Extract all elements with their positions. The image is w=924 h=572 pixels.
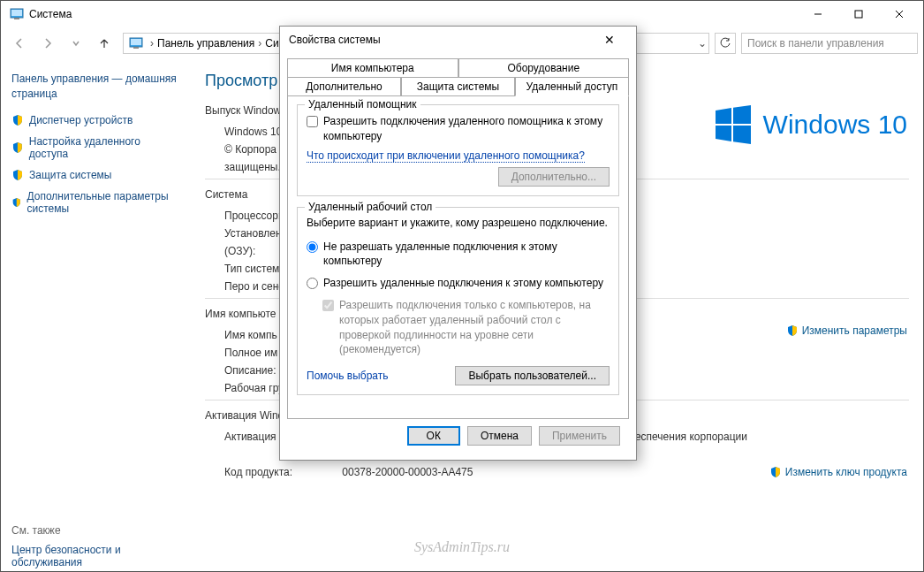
sidebar-item-device-manager[interactable]: Диспетчер устройств: [11, 114, 180, 126]
shield-icon: [769, 466, 782, 478]
system-properties-dialog: Свойства системы ✕ Имя компьютера Оборуд…: [279, 26, 637, 461]
change-settings-link[interactable]: Изменить параметры: [786, 324, 907, 337]
window-title: Система: [29, 8, 72, 20]
chevron-right-icon: ›: [258, 37, 261, 50]
allow-remote-label: Разрешить удаленные подключения к этому …: [323, 276, 610, 291]
shield-icon: [11, 169, 24, 181]
close-button[interactable]: [879, 1, 920, 27]
help-choose-link[interactable]: Помочь выбрать: [307, 370, 389, 382]
tab-panel-remote: Удаленный помощник Разрешить подключения…: [287, 95, 629, 419]
group-intro: Выберите вариант и укажите, кому разреше…: [307, 217, 610, 229]
up-button[interactable]: [91, 30, 117, 57]
windows-icon: [712, 103, 754, 146]
shield-icon: [11, 114, 24, 126]
tab-computer-name[interactable]: Имя компьютера: [287, 58, 458, 77]
tab-strip: Имя компьютера Оборудование Дополнительн…: [287, 58, 629, 419]
dialog-title: Свойства системы: [289, 34, 381, 46]
forward-button[interactable]: [34, 30, 61, 57]
nla-checkbox: [322, 300, 334, 311]
disallow-remote-radio[interactable]: [307, 241, 318, 253]
shield-icon: [11, 196, 22, 209]
see-also-heading: См. также: [11, 524, 180, 537]
breadcrumb-segment[interactable]: Панель управления: [157, 37, 254, 50]
svg-rect-8: [131, 39, 141, 45]
svg-rect-1: [11, 10, 22, 16]
sidebar-item-label: Дополнительные параметры системы: [27, 190, 181, 215]
svg-rect-4: [855, 11, 862, 18]
chevron-down-icon[interactable]: ⌄: [698, 37, 707, 50]
chevron-right-icon: ›: [150, 37, 154, 50]
sidebar-item-system-protection[interactable]: Защита системы: [11, 169, 180, 181]
sidebar-item-advanced-settings[interactable]: Дополнительные параметры системы: [11, 190, 180, 215]
nla-label: Разрешить подключения только с компьютер…: [339, 298, 610, 357]
tab-system-protection[interactable]: Защита системы: [401, 77, 515, 96]
sidebar-item-label: Защита системы: [29, 169, 111, 181]
shield-icon: [11, 141, 24, 154]
back-button[interactable]: [6, 30, 33, 57]
window-titlebar: Система: [1, 1, 923, 27]
tab-hardware[interactable]: Оборудование: [458, 58, 630, 77]
windows-logo-text: Windows 10: [763, 110, 907, 140]
sidebar-item-label: Диспетчер устройств: [29, 114, 133, 126]
system-icon: [129, 36, 143, 50]
windows-logo: Windows 10: [712, 103, 907, 146]
see-also-link[interactable]: Центр безопасности и обслуживания: [11, 544, 180, 568]
sidebar-home-link[interactable]: Панель управления — домашняя страница: [11, 72, 180, 102]
maximize-button[interactable]: [838, 1, 879, 27]
apply-button[interactable]: Применить: [539, 426, 620, 446]
cancel-button[interactable]: Отмена: [467, 426, 532, 446]
tab-advanced[interactable]: Дополнительно: [287, 77, 401, 96]
system-icon: [10, 7, 24, 21]
allow-remote-radio[interactable]: [307, 278, 318, 289]
sidebar: Панель управления — домашняя страница Ди…: [1, 59, 191, 571]
allow-remote-assistance-label: Разрешить подключения удаленного помощни…: [323, 114, 610, 144]
group-remote-assistance: Удаленный помощник Разрешить подключения…: [297, 104, 619, 196]
search-input[interactable]: Поиск в панели управления: [741, 33, 918, 54]
dialog-titlebar: Свойства системы ✕: [280, 27, 636, 53]
allow-remote-assistance-checkbox[interactable]: [307, 116, 318, 127]
dialog-close-button[interactable]: ✕: [592, 33, 627, 47]
minimize-button[interactable]: [798, 1, 838, 27]
group-remote-desktop: Удаленный рабочий стол Выберите вариант …: [297, 207, 619, 396]
change-product-key-link[interactable]: Изменить ключ продукта: [769, 466, 907, 478]
select-users-button[interactable]: Выбрать пользователей...: [455, 366, 610, 385]
shield-icon: [786, 324, 799, 337]
refresh-button[interactable]: [715, 33, 736, 54]
group-legend: Удаленный помощник: [305, 98, 420, 111]
sidebar-item-remote-settings[interactable]: Настройка удаленного доступа: [11, 135, 180, 160]
sidebar-item-label: Настройка удаленного доступа: [29, 135, 180, 160]
disallow-remote-label: Не разрешать удаленные подключения к это…: [323, 240, 610, 270]
group-legend: Удаленный рабочий стол: [305, 201, 435, 213]
tab-remote[interactable]: Удаленный доступ: [515, 77, 629, 96]
remote-assistance-help-link[interactable]: Что происходит при включении удаленного …: [307, 149, 585, 163]
ok-button[interactable]: ОК: [407, 426, 460, 446]
svg-rect-9: [133, 47, 139, 49]
remote-assistance-advanced-button[interactable]: Дополнительно...: [498, 167, 610, 187]
recent-button[interactable]: [63, 30, 89, 57]
svg-rect-2: [14, 18, 19, 19]
